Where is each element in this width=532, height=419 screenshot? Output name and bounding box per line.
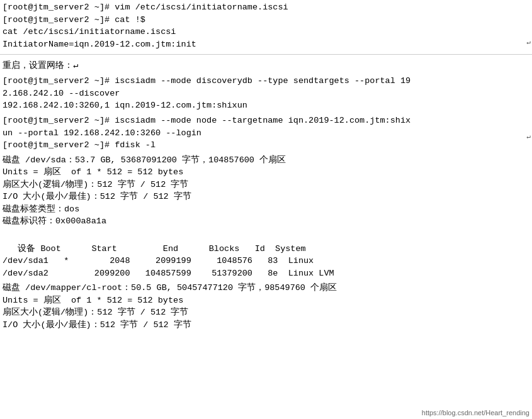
disk2-info: 磁盘 /dev/mapper/cl-root：50.5 GB, 50457477… — [0, 281, 532, 332]
line-disk1-sector-size: 扇区大小(逻辑/物理)：512 字节 / 512 字节 — [3, 179, 529, 191]
table-row-sda1: /dev/sda1 * 2048 2099199 1048576 83 Linu… — [3, 255, 529, 267]
line-disk2-io-size: I/O 大小(最小/最佳)：512 字节 / 512 字节 — [3, 319, 529, 332]
line-initiatorname: InitiatorName=iqn.2019-12.com.jtm:init — [3, 38, 529, 51]
section-vim-commands: [root@jtm_server2 ~]# vim /etc/iscsi/ini… — [0, 0, 532, 52]
scroll-indicator-1: ↵ — [526, 38, 531, 46]
terminal-container: [root@jtm_server2 ~]# vim /etc/iscsi/ini… — [0, 0, 532, 419]
divider-1 — [0, 54, 532, 55]
line-disk2-units: Units = 扇区 of 1 * 512 = 512 bytes — [3, 294, 529, 307]
line-cat-bang: [root@jtm_server2 ~]# cat !$ — [3, 14, 529, 26]
section-note: 重启，设置网络：↵ — [0, 57, 532, 74]
scroll-indicator-2: ↵ — [526, 132, 531, 140]
disk1-info: 磁盘 /dev/sda：53.7 GB, 53687091200 字节，1048… — [0, 153, 532, 229]
line-fdisk: [root@jtm_server2 ~]# fdisk -l — [3, 139, 529, 152]
line-iscsiadm-login-cont: un --portal 192.168.242.10:3260 --login — [3, 127, 529, 140]
line-iscsiadm-discovery-cmd: [root@jtm_server2 ~]# iscsiadm --mode di… — [3, 75, 529, 87]
line-disk1-header: 磁盘 /dev/sda：53.7 GB, 53687091200 字节，1048… — [3, 154, 529, 167]
line-vim: [root@jtm_server2 ~]# vim /etc/iscsi/ini… — [3, 1, 529, 14]
line-disk1-units: Units = 扇区 of 1 * 512 = 512 bytes — [3, 166, 529, 179]
line-cat-output: cat /etc/iscsi/initiatorname.iscsi — [3, 26, 529, 38]
watermark: https://blog.csdn.net/Heart_rending — [422, 409, 529, 416]
section-login: [root@jtm_server2 ~]# iscsiadm --mode no… — [0, 113, 532, 153]
line-disk1-io-size: I/O 大小(最小/最佳)：512 字节 / 512 字节 — [3, 191, 529, 203]
line-disk1-identifier: 磁盘标识符：0x000a8a1a — [3, 215, 529, 228]
section-discovery: [root@jtm_server2 ~]# iscsiadm --mode di… — [0, 74, 532, 113]
line-disk1-label-type: 磁盘标签类型：dos — [3, 203, 529, 216]
table-header: 设备 Boot Start End Blocks Id System — [3, 243, 529, 255]
partition-table: 设备 Boot Start End Blocks Id System /dev/… — [0, 229, 532, 281]
line-disk2-sector-size: 扇区大小(逻辑/物理)：512 字节 / 512 字节 — [3, 306, 529, 319]
line-iscsiadm-discovery-cont: 2.168.242.10 --discover — [3, 87, 529, 100]
line-iscsiadm-login-cmd: [root@jtm_server2 ~]# iscsiadm --mode no… — [3, 115, 529, 127]
line-blank-2 — [3, 230, 529, 243]
line-iscsiadm-discovery-result: 192.168.242.10:3260,1 iqn.2019-12.com.jt… — [3, 99, 529, 112]
table-row-sda2: /dev/sda2 2099200 104857599 51379200 8e … — [3, 267, 529, 280]
line-disk2-header: 磁盘 /dev/mapper/cl-root：50.5 GB, 50457477… — [3, 282, 529, 294]
